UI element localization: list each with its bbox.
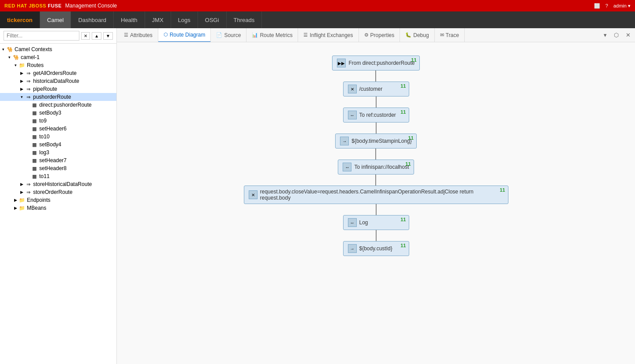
node-box-node8[interactable]: →${body.custId}11 xyxy=(343,241,409,256)
tree-item-setHeader8[interactable]: ▦setHeader8 xyxy=(0,164,116,172)
tree-item-routes[interactable]: ▾📁Routes xyxy=(0,61,116,69)
filter-clear-button[interactable]: ✕ xyxy=(81,32,90,40)
tree-label-setBody4: setBody4 xyxy=(39,141,61,148)
tab-label-debug: Debug xyxy=(413,32,429,38)
tree-toggle-pushorderRoute[interactable]: ▾ xyxy=(19,95,25,99)
tree-item-log3[interactable]: ▦log3 xyxy=(0,149,116,156)
filter-input[interactable] xyxy=(4,31,79,41)
node-count-node1: 11 xyxy=(411,57,416,63)
route-node-node6: ✕request.body.closeValue=request.headers… xyxy=(244,186,508,215)
node-count-node7: 11 xyxy=(400,217,406,222)
tree-item-mbeans[interactable]: ▶📁MBeans xyxy=(0,204,116,212)
node-label-node5: To infinispan://localhost xyxy=(354,164,409,170)
tab-properties[interactable]: ⚙Properties xyxy=(359,28,400,42)
tab-popout-button[interactable]: ⬡ xyxy=(611,30,621,40)
node-label-node8: ${body.custId} xyxy=(359,245,404,252)
node-icon-node6: ✕ xyxy=(249,190,258,199)
tab-label-route-diagram: Route Diagram xyxy=(170,32,205,38)
nav-item-logs[interactable]: Logs xyxy=(171,11,198,28)
tree-toggle-mbeans[interactable]: ▶ xyxy=(12,206,19,210)
monitor-icon[interactable]: ⬜ xyxy=(594,3,600,9)
node-box-node1[interactable]: ▶▶From direct:pushorderRoute11 xyxy=(332,56,419,71)
tree-toggle-getAllOrdersRoute[interactable]: ▶ xyxy=(19,71,25,75)
tree-item-pipeRoute[interactable]: ▶⇒pipeRoute xyxy=(0,85,116,93)
nav-item-health[interactable]: Health xyxy=(114,11,145,28)
nav-item-dashboard[interactable]: Dashboard xyxy=(71,11,114,28)
tree-item-endpoints[interactable]: ▶📁Endpoints xyxy=(0,196,116,204)
tree-toggle-pipeRoute[interactable]: ▶ xyxy=(19,87,25,91)
tree-icon-setHeader7: ▦ xyxy=(31,158,38,163)
tree-item-historicalDataRoute[interactable]: ▶⇒historicalDataRoute xyxy=(0,77,116,85)
tree-icon-to11: ▦ xyxy=(31,174,38,179)
node-label-node3: To ref:custorder xyxy=(359,112,404,118)
diagram-area[interactable]: ▶▶From direct:pushorderRoute11✕/customer… xyxy=(117,42,635,364)
tree-icon-endpoints: 📁 xyxy=(19,197,26,203)
tree-label-mbeans: MBeans xyxy=(27,205,46,211)
tree-item-setHeader6[interactable]: ▦setHeader6 xyxy=(0,125,116,133)
tab-source[interactable]: 📄Source xyxy=(211,28,247,42)
nav-brand[interactable]: tickercon xyxy=(0,11,40,28)
tree-icon-direct-pushorderRoute: ▦ xyxy=(31,102,38,108)
node-box-node6[interactable]: ✕request.body.closeValue=request.headers… xyxy=(244,186,508,204)
tree-toggle-storeOrderRoute[interactable]: ▶ xyxy=(19,190,25,194)
tab-trace[interactable]: ✉Trace xyxy=(435,28,465,42)
tree-icon-to10: ▦ xyxy=(31,134,38,140)
tab-bar-actions: ▾ ⬡ ✕ xyxy=(601,30,633,40)
nav-item-osgi[interactable]: OSGi xyxy=(198,11,227,28)
nav-item-jmx[interactable]: JMX xyxy=(145,11,171,28)
tree-toggle-routes[interactable]: ▾ xyxy=(12,63,19,67)
node-connector-node7 xyxy=(376,230,377,241)
node-label-node6: request.body.closeValue=request.headers.… xyxy=(260,189,504,201)
tree-item-camel-1[interactable]: ▾🐪camel-1 xyxy=(0,53,116,61)
tree-item-direct-pushorderRoute[interactable]: ▦direct:pushorderRoute xyxy=(0,101,116,109)
tree-toggle-storeHistoricalDataRoute[interactable]: ▶ xyxy=(19,182,25,186)
node-count-node5: 11 xyxy=(405,161,411,167)
user-menu[interactable]: admin ▾ xyxy=(613,3,631,9)
tree-item-getAllOrdersRoute[interactable]: ▶⇒getAllOrdersRoute xyxy=(0,69,116,77)
tree-label-historicalDataRoute: historicalDataRoute xyxy=(33,78,79,84)
tab-inflight-exchanges[interactable]: ☰Inflight Exchanges xyxy=(298,28,359,42)
node-box-node4[interactable]: →${body.timeStampinLong}11 xyxy=(335,134,417,149)
tab-dropdown-button[interactable]: ▾ xyxy=(601,30,609,40)
tree-toggle-camel-contexts[interactable]: ▾ xyxy=(0,47,6,52)
tab-icon-trace: ✉ xyxy=(440,32,444,38)
question-icon[interactable]: ? xyxy=(605,3,608,8)
node-box-node2[interactable]: ✕/customer11 xyxy=(343,82,409,97)
node-box-node3[interactable]: ↔To ref:custorder11 xyxy=(343,108,409,123)
tree-icon-storeOrderRoute: ⇒ xyxy=(25,189,32,195)
tree-label-setHeader7: setHeader7 xyxy=(39,157,67,163)
tab-attributes[interactable]: ☰Attributes xyxy=(119,28,158,42)
filter-down-button[interactable]: ▼ xyxy=(103,32,113,40)
content-area: ☰Attributes⬡Route Diagram📄Source📊Route M… xyxy=(117,28,635,364)
node-connector-node5 xyxy=(375,175,376,186)
tree-item-to11[interactable]: ▦to11 xyxy=(0,172,116,180)
tree-item-camel-contexts[interactable]: ▾🐪Camel Contexts xyxy=(0,45,116,53)
tab-route-diagram[interactable]: ⬡Route Diagram xyxy=(158,28,211,42)
tree-item-setBody4[interactable]: ▦setBody4 xyxy=(0,141,116,149)
tree-label-setHeader8: setHeader8 xyxy=(39,165,67,171)
tab-route-metrics[interactable]: 📊Route Metrics xyxy=(247,28,298,42)
tree-label-getAllOrdersRoute: getAllOrdersRoute xyxy=(33,70,77,76)
tree-icon-pushorderRoute: ⇒ xyxy=(25,94,32,100)
tree-item-storeHistoricalDataRoute[interactable]: ▶⇒storeHistoricalDataRoute xyxy=(0,180,116,188)
tree-label-storeOrderRoute: storeOrderRoute xyxy=(33,189,72,195)
node-box-node7[interactable]: ↔Log11 xyxy=(343,215,409,230)
tree-item-storeOrderRoute[interactable]: ▶⇒storeOrderRoute xyxy=(0,188,116,196)
tree-item-setBody3[interactable]: ▦setBody3 xyxy=(0,109,116,117)
tree-toggle-endpoints[interactable]: ▶ xyxy=(12,198,19,202)
tab-close-button[interactable]: ✕ xyxy=(623,30,633,40)
tree-item-setHeader7[interactable]: ▦setHeader7 xyxy=(0,156,116,164)
node-box-node5[interactable]: ↔To infinispan://localhost11 xyxy=(338,160,414,175)
nav-item-threads[interactable]: Threads xyxy=(227,11,262,28)
tree-item-to10[interactable]: ▦to10 xyxy=(0,133,116,141)
tree-item-to9[interactable]: ▦to9 xyxy=(0,117,116,125)
filter-up-button[interactable]: ▲ xyxy=(92,32,101,40)
tree: ▾🐪Camel Contexts▾🐪camel-1▾📁Routes▶⇒getAl… xyxy=(0,44,116,364)
nav-item-camel[interactable]: Camel xyxy=(40,11,71,28)
tree-icon-setBody3: ▦ xyxy=(31,110,38,116)
tree-toggle-historicalDataRoute[interactable]: ▶ xyxy=(19,79,25,83)
tab-debug[interactable]: 🐛Debug xyxy=(400,28,434,42)
tree-item-pushorderRoute[interactable]: ▾⇒pushorderRoute xyxy=(0,93,116,101)
tree-toggle-camel-1[interactable]: ▾ xyxy=(6,55,12,59)
tree-icon-camel-contexts: 🐪 xyxy=(6,47,13,52)
